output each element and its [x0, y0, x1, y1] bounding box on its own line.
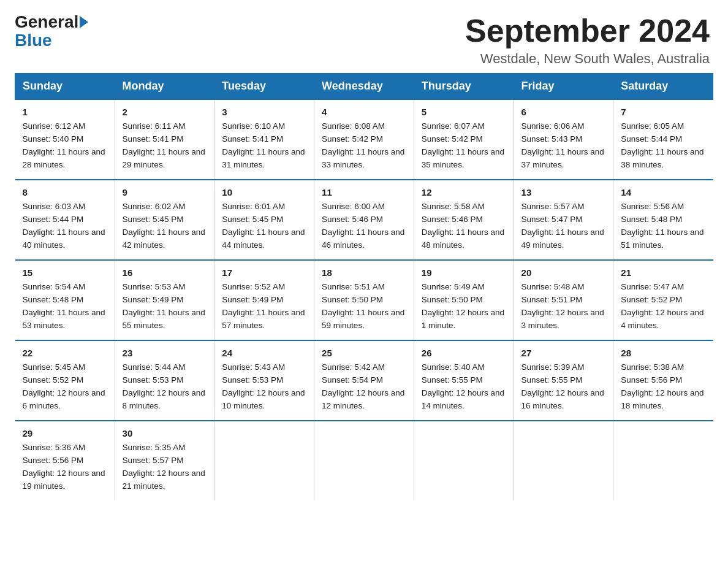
weekday-header-friday: Friday: [514, 74, 613, 100]
day-number: 7: [621, 105, 705, 119]
sunrise-label: Sunrise: 6:03 AM: [23, 202, 86, 211]
calendar-week-row: 22Sunrise: 5:45 AMSunset: 5:52 PMDayligh…: [15, 340, 713, 421]
weekday-header-wednesday: Wednesday: [314, 74, 414, 100]
sunrise-label: Sunrise: 6:06 AM: [521, 121, 585, 131]
daylight-label: Daylight: 11 hours and 37 minutes.: [521, 147, 604, 169]
calendar-cell: 27Sunrise: 5:39 AMSunset: 5:55 PMDayligh…: [514, 340, 613, 421]
daylight-label: Daylight: 11 hours and 38 minutes.: [621, 147, 703, 169]
sunrise-label: Sunrise: 5:45 AM: [23, 362, 86, 372]
day-number: 27: [521, 346, 606, 360]
logo-arrow-icon: [80, 16, 88, 28]
weekday-header-thursday: Thursday: [414, 74, 514, 100]
daylight-label: Daylight: 12 hours and 16 minutes.: [521, 388, 604, 410]
day-number: 11: [322, 185, 406, 199]
calendar-cell: 8Sunrise: 6:03 AMSunset: 5:44 PMDaylight…: [15, 180, 115, 260]
sunrise-label: Sunrise: 5:42 AM: [322, 362, 385, 372]
sunrise-label: Sunrise: 6:08 AM: [322, 121, 385, 131]
calendar-cell: 23Sunrise: 5:44 AMSunset: 5:53 PMDayligh…: [115, 340, 214, 421]
calendar-cell: 7Sunrise: 6:05 AMSunset: 5:44 PMDaylight…: [613, 99, 713, 180]
sunrise-label: Sunrise: 6:00 AM: [322, 202, 385, 211]
daylight-label: Daylight: 11 hours and 33 minutes.: [322, 147, 404, 169]
daylight-label: Daylight: 11 hours and 55 minutes.: [123, 308, 205, 330]
sunset-label: Sunset: 5:44 PM: [23, 215, 84, 224]
sunset-label: Sunset: 5:41 PM: [222, 134, 283, 144]
sunset-label: Sunset: 5:48 PM: [621, 215, 682, 224]
sunrise-label: Sunrise: 5:56 AM: [621, 202, 684, 211]
sunrise-label: Sunrise: 5:52 AM: [222, 282, 285, 291]
daylight-label: Daylight: 12 hours and 21 minutes.: [123, 469, 205, 491]
daylight-label: Daylight: 12 hours and 4 minutes.: [621, 308, 703, 330]
calendar-cell: 15Sunrise: 5:54 AMSunset: 5:48 PMDayligh…: [15, 260, 115, 340]
calendar-cell: 5Sunrise: 6:07 AMSunset: 5:42 PMDaylight…: [414, 99, 514, 180]
month-title: September 2024: [465, 13, 710, 48]
daylight-label: Daylight: 12 hours and 19 minutes.: [23, 469, 105, 491]
sunset-label: Sunset: 5:54 PM: [322, 375, 383, 385]
sunset-label: Sunset: 5:50 PM: [322, 295, 383, 304]
calendar-cell: 12Sunrise: 5:58 AMSunset: 5:46 PMDayligh…: [414, 180, 514, 260]
daylight-label: Daylight: 11 hours and 31 minutes.: [222, 147, 305, 169]
day-number: 18: [322, 266, 406, 280]
calendar-cell: 17Sunrise: 5:52 AMSunset: 5:49 PMDayligh…: [214, 260, 314, 340]
day-number: 1: [23, 105, 107, 119]
day-number: 25: [322, 346, 406, 360]
day-number: 23: [123, 346, 207, 360]
calendar-cell: 3Sunrise: 6:10 AMSunset: 5:41 PMDaylight…: [214, 99, 314, 180]
logo-general-text: General: [15, 13, 78, 31]
sunrise-label: Sunrise: 6:10 AM: [222, 121, 285, 131]
day-number: 5: [422, 105, 506, 119]
daylight-label: Daylight: 11 hours and 42 minutes.: [123, 228, 205, 250]
day-number: 8: [23, 185, 107, 199]
sunrise-label: Sunrise: 5:44 AM: [123, 362, 186, 372]
day-number: 26: [422, 346, 506, 360]
sunset-label: Sunset: 5:44 PM: [621, 134, 682, 144]
daylight-label: Daylight: 11 hours and 28 minutes.: [23, 147, 105, 169]
sunset-label: Sunset: 5:52 PM: [621, 295, 682, 304]
calendar-cell: 9Sunrise: 6:02 AMSunset: 5:45 PMDaylight…: [115, 180, 214, 260]
sunset-label: Sunset: 5:40 PM: [23, 134, 84, 144]
sunrise-label: Sunrise: 5:47 AM: [621, 282, 684, 291]
sunrise-label: Sunrise: 5:43 AM: [222, 362, 285, 372]
sunset-label: Sunset: 5:41 PM: [123, 134, 184, 144]
sunset-label: Sunset: 5:48 PM: [23, 295, 84, 304]
daylight-label: Daylight: 12 hours and 6 minutes.: [23, 388, 105, 410]
day-number: 17: [222, 266, 306, 280]
day-number: 24: [222, 346, 306, 360]
sunset-label: Sunset: 5:56 PM: [23, 456, 84, 465]
weekday-header-tuesday: Tuesday: [214, 74, 314, 100]
sunset-label: Sunset: 5:53 PM: [222, 375, 283, 385]
sunrise-label: Sunrise: 5:51 AM: [322, 282, 385, 291]
calendar-cell: 11Sunrise: 6:00 AMSunset: 5:46 PMDayligh…: [314, 180, 414, 260]
calendar-wrapper: SundayMondayTuesdayWednesdayThursdayFrid…: [0, 73, 728, 515]
calendar-cell: 24Sunrise: 5:43 AMSunset: 5:53 PMDayligh…: [214, 340, 314, 421]
day-number: 28: [621, 346, 705, 360]
sunrise-label: Sunrise: 6:07 AM: [422, 121, 485, 131]
sunrise-label: Sunrise: 6:01 AM: [222, 202, 285, 211]
daylight-label: Daylight: 12 hours and 12 minutes.: [322, 388, 404, 410]
weekday-header-sunday: Sunday: [15, 74, 115, 100]
calendar-week-row: 1Sunrise: 6:12 AMSunset: 5:40 PMDaylight…: [15, 99, 713, 180]
sunrise-label: Sunrise: 5:53 AM: [123, 282, 186, 291]
calendar-cell: 22Sunrise: 5:45 AMSunset: 5:52 PMDayligh…: [15, 340, 115, 421]
sunrise-label: Sunrise: 6:05 AM: [621, 121, 684, 131]
day-number: 12: [422, 185, 506, 199]
sunset-label: Sunset: 5:46 PM: [422, 215, 483, 224]
calendar-cell: 1Sunrise: 6:12 AMSunset: 5:40 PMDaylight…: [15, 99, 115, 180]
sunrise-label: Sunrise: 6:02 AM: [123, 202, 186, 211]
weekday-header-saturday: Saturday: [613, 74, 713, 100]
sunrise-label: Sunrise: 5:36 AM: [23, 443, 86, 452]
day-number: 13: [521, 185, 606, 199]
sunset-label: Sunset: 5:47 PM: [521, 215, 583, 224]
daylight-label: Daylight: 11 hours and 29 minutes.: [123, 147, 205, 169]
calendar-cell: 14Sunrise: 5:56 AMSunset: 5:48 PMDayligh…: [613, 180, 713, 260]
day-number: 9: [123, 185, 207, 199]
daylight-label: Daylight: 11 hours and 53 minutes.: [23, 308, 105, 330]
sunset-label: Sunset: 5:57 PM: [123, 456, 184, 465]
daylight-label: Daylight: 12 hours and 8 minutes.: [123, 388, 205, 410]
daylight-label: Daylight: 11 hours and 49 minutes.: [521, 228, 604, 250]
sunrise-label: Sunrise: 5:58 AM: [422, 202, 485, 211]
day-number: 3: [222, 105, 306, 119]
calendar-cell: 29Sunrise: 5:36 AMSunset: 5:56 PMDayligh…: [15, 421, 115, 500]
weekday-header-monday: Monday: [115, 74, 214, 100]
sunset-label: Sunset: 5:49 PM: [222, 295, 283, 304]
sunrise-label: Sunrise: 5:38 AM: [621, 362, 684, 372]
